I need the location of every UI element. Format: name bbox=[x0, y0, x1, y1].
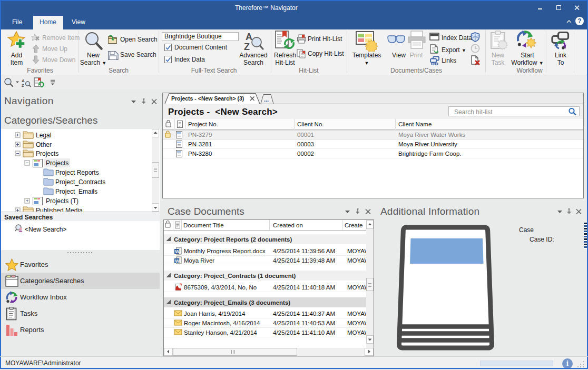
svg-text:Projects - <New Search> (3): Projects - <New Search> (3) bbox=[171, 95, 244, 102]
svg-text:Joan Harris, 4/19/2014: Joan Harris, 4/19/2014 bbox=[184, 311, 246, 317]
svg-text:Z: Z bbox=[244, 42, 250, 52]
svg-text:00001: 00001 bbox=[297, 132, 314, 138]
svg-text:Project_Contracts: Project_Contracts bbox=[55, 178, 105, 186]
svg-text:Category: Project_Emails (3 do: Category: Project_Emails (3 documents) bbox=[174, 299, 290, 306]
svg-text:Moya River Water Works: Moya River Water Works bbox=[398, 132, 465, 138]
svg-text:Category: Project_Contracts (1: Category: Project_Contracts (1 document) bbox=[174, 273, 296, 279]
svg-text:A: A bbox=[22, 78, 25, 83]
svg-text:00003: 00003 bbox=[297, 141, 314, 147]
svg-text:4/25/2014 11:39:56 AM: 4/25/2014 11:39:56 AM bbox=[273, 248, 335, 254]
svg-text:4/25/2014 11:41:10 AM: 4/25/2014 11:41:10 AM bbox=[273, 329, 335, 336]
svg-text:Legal: Legal bbox=[36, 132, 51, 139]
svg-text:Projects: Projects bbox=[46, 159, 68, 167]
svg-text:Category: Project Reports (2 d: Category: Project Reports (2 documents) bbox=[174, 236, 292, 243]
svg-text:4/25/2014 11:40:18 AM: 4/25/2014 11:40:18 AM bbox=[273, 284, 335, 291]
svg-text:Client No.: Client No. bbox=[297, 121, 324, 127]
svg-text:Brightridge Farm Coop.: Brightridge Farm Coop. bbox=[398, 151, 462, 157]
svg-text:Other: Other bbox=[36, 141, 52, 148]
svg-text:Create: Create bbox=[345, 222, 363, 228]
svg-text:W: W bbox=[175, 249, 180, 254]
svg-text:Document Title: Document Title bbox=[183, 222, 224, 228]
svg-text:Created on: Created on bbox=[273, 222, 303, 228]
svg-text:4/25/2014 11:40:53 AM: 4/25/2014 11:40:53 AM bbox=[273, 320, 335, 326]
svg-text:Projects: Projects bbox=[36, 150, 58, 157]
svg-text:Monthly Progress Report.docx: Monthly Progress Report.docx bbox=[184, 248, 266, 254]
svg-text:Roger Macintosh, 4/16/2014: Roger Macintosh, 4/16/2014 bbox=[184, 320, 260, 326]
svg-text:Project No.: Project No. bbox=[188, 121, 218, 127]
svg-text:W: W bbox=[175, 258, 180, 264]
svg-text:4/25/2014 11:39:48 AM: 4/25/2014 11:39:48 AM bbox=[273, 257, 335, 264]
svg-text:Project Reports: Project Reports bbox=[55, 169, 99, 176]
svg-text:Z: Z bbox=[22, 83, 24, 87]
svg-text:Published Media: Published Media bbox=[36, 207, 83, 212]
svg-text:Projects (T): Projects (T) bbox=[46, 197, 79, 205]
svg-text:4/25/2014 11:40:37 AM: 4/25/2014 11:40:37 AM bbox=[273, 311, 335, 317]
svg-text:Moya River: Moya River bbox=[184, 257, 214, 264]
svg-text:PN-3280: PN-3280 bbox=[188, 151, 212, 157]
svg-text:00002: 00002 bbox=[297, 151, 314, 157]
svg-text:Moya River University: Moya River University bbox=[398, 141, 457, 147]
svg-text:PN-3281: PN-3281 bbox=[188, 141, 212, 147]
svg-text:Stanley Hanson, 4/21/2014: Stanley Hanson, 4/21/2014 bbox=[184, 329, 257, 336]
svg-text:Project_Emails: Project_Emails bbox=[55, 188, 97, 195]
svg-text:...: ... bbox=[264, 96, 269, 103]
svg-text:PN-3279: PN-3279 bbox=[188, 132, 212, 138]
svg-text:Client Name: Client Name bbox=[398, 121, 432, 127]
svg-text:A: A bbox=[246, 32, 252, 42]
svg-text:8675309, 4/3/2014, No, No: 8675309, 4/3/2014, No, No bbox=[184, 284, 257, 291]
